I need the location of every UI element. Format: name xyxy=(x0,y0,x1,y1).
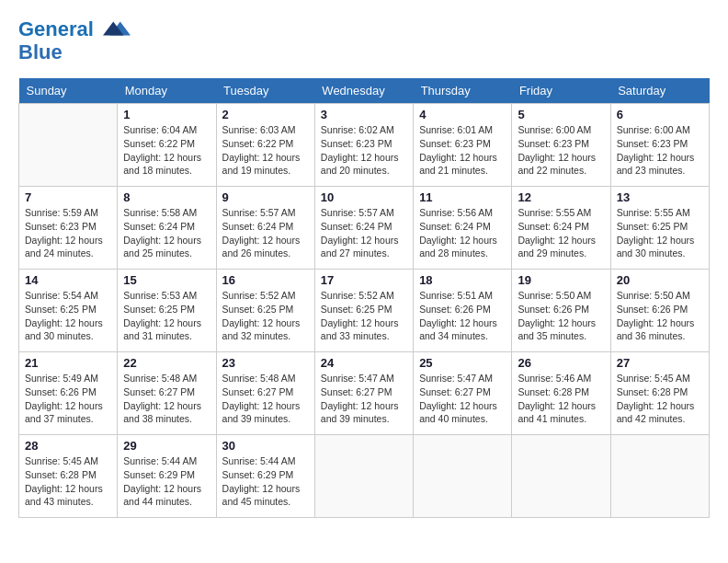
day-info: Sunrise: 5:45 AMSunset: 6:28 PMDaylight:… xyxy=(617,372,703,426)
calendar-cell: 30Sunrise: 5:44 AMSunset: 6:29 PMDayligh… xyxy=(216,435,314,518)
calendar-cell: 17Sunrise: 5:52 AMSunset: 6:25 PMDayligh… xyxy=(314,270,413,352)
logo: General Blue xyxy=(18,18,131,63)
day-number: 7 xyxy=(25,190,111,204)
day-number: 8 xyxy=(123,190,210,204)
day-number: 21 xyxy=(25,356,111,370)
day-info: Sunrise: 6:00 AMSunset: 6:23 PMDaylight:… xyxy=(518,123,604,178)
calendar-cell: 24Sunrise: 5:47 AMSunset: 6:27 PMDayligh… xyxy=(314,352,413,435)
day-info: Sunrise: 5:53 AMSunset: 6:25 PMDaylight:… xyxy=(123,289,210,343)
day-number: 18 xyxy=(419,273,506,287)
calendar-cell: 5Sunrise: 6:00 AMSunset: 6:23 PMDaylight… xyxy=(512,104,610,187)
day-number: 11 xyxy=(419,190,506,204)
weekday-header-thursday: Thursday xyxy=(414,78,512,104)
day-number: 2 xyxy=(222,108,309,121)
week-row-5: 28Sunrise: 5:45 AMSunset: 6:28 PMDayligh… xyxy=(19,435,710,518)
calendar-cell: 25Sunrise: 5:47 AMSunset: 6:27 PMDayligh… xyxy=(414,352,512,435)
day-info: Sunrise: 5:48 AMSunset: 6:27 PMDaylight:… xyxy=(222,372,309,426)
calendar-cell: 4Sunrise: 6:01 AMSunset: 6:23 PMDaylight… xyxy=(414,104,512,187)
day-info: Sunrise: 5:44 AMSunset: 6:29 PMDaylight:… xyxy=(222,454,309,509)
day-info: Sunrise: 5:57 AMSunset: 6:24 PMDaylight:… xyxy=(321,206,407,260)
day-number: 14 xyxy=(25,273,111,287)
week-row-1: 1Sunrise: 6:04 AMSunset: 6:22 PMDaylight… xyxy=(19,104,710,187)
calendar-cell: 22Sunrise: 5:48 AMSunset: 6:27 PMDayligh… xyxy=(118,352,216,435)
day-number: 29 xyxy=(123,439,210,453)
calendar-cell: 13Sunrise: 5:55 AMSunset: 6:25 PMDayligh… xyxy=(610,187,709,270)
day-info: Sunrise: 6:00 AMSunset: 6:23 PMDaylight:… xyxy=(617,123,703,178)
day-number: 12 xyxy=(518,190,604,204)
calendar-cell: 9Sunrise: 5:57 AMSunset: 6:24 PMDaylight… xyxy=(216,187,314,270)
day-info: Sunrise: 5:58 AMSunset: 6:24 PMDaylight:… xyxy=(123,206,210,260)
day-info: Sunrise: 6:01 AMSunset: 6:23 PMDaylight:… xyxy=(419,123,506,178)
day-info: Sunrise: 5:55 AMSunset: 6:24 PMDaylight:… xyxy=(518,206,604,260)
week-row-4: 21Sunrise: 5:49 AMSunset: 6:26 PMDayligh… xyxy=(19,352,710,435)
calendar-cell: 18Sunrise: 5:51 AMSunset: 6:26 PMDayligh… xyxy=(414,270,512,352)
day-info: Sunrise: 6:03 AMSunset: 6:22 PMDaylight:… xyxy=(222,123,309,178)
calendar-cell: 2Sunrise: 6:03 AMSunset: 6:22 PMDaylight… xyxy=(216,104,314,187)
weekday-header-wednesday: Wednesday xyxy=(314,78,413,104)
calendar-cell: 6Sunrise: 6:00 AMSunset: 6:23 PMDaylight… xyxy=(610,104,709,187)
day-info: Sunrise: 5:56 AMSunset: 6:24 PMDaylight:… xyxy=(419,206,506,260)
calendar-cell: 20Sunrise: 5:50 AMSunset: 6:26 PMDayligh… xyxy=(610,270,709,352)
calendar-cell xyxy=(314,435,413,518)
day-info: Sunrise: 5:52 AMSunset: 6:25 PMDaylight:… xyxy=(321,289,407,343)
weekday-header-saturday: Saturday xyxy=(610,78,709,104)
day-number: 10 xyxy=(321,190,407,204)
day-number: 22 xyxy=(123,356,210,370)
week-row-2: 7Sunrise: 5:59 AMSunset: 6:23 PMDaylight… xyxy=(19,187,710,270)
calendar-cell: 10Sunrise: 5:57 AMSunset: 6:24 PMDayligh… xyxy=(314,187,413,270)
weekday-header-sunday: Sunday xyxy=(19,78,118,104)
day-number: 28 xyxy=(25,439,111,453)
calendar-cell xyxy=(414,435,512,518)
weekday-header-friday: Friday xyxy=(512,78,610,104)
day-number: 13 xyxy=(617,190,703,204)
day-number: 30 xyxy=(222,439,309,453)
weekday-header-row: SundayMondayTuesdayWednesdayThursdayFrid… xyxy=(19,78,710,104)
day-number: 15 xyxy=(123,273,210,287)
day-number: 4 xyxy=(419,108,506,121)
day-info: Sunrise: 5:54 AMSunset: 6:25 PMDaylight:… xyxy=(25,289,111,343)
day-info: Sunrise: 5:51 AMSunset: 6:26 PMDaylight:… xyxy=(419,289,506,343)
day-info: Sunrise: 5:55 AMSunset: 6:25 PMDaylight:… xyxy=(617,206,703,260)
week-row-3: 14Sunrise: 5:54 AMSunset: 6:25 PMDayligh… xyxy=(19,270,710,352)
day-info: Sunrise: 5:50 AMSunset: 6:26 PMDaylight:… xyxy=(518,289,604,343)
day-number: 3 xyxy=(321,108,407,121)
weekday-header-tuesday: Tuesday xyxy=(216,78,314,104)
calendar-cell: 1Sunrise: 6:04 AMSunset: 6:22 PMDaylight… xyxy=(118,104,216,187)
day-number: 20 xyxy=(617,273,703,287)
page-header: General Blue xyxy=(18,18,710,63)
day-info: Sunrise: 6:04 AMSunset: 6:22 PMDaylight:… xyxy=(123,123,210,178)
day-number: 26 xyxy=(518,356,604,370)
day-number: 16 xyxy=(222,273,309,287)
day-number: 23 xyxy=(222,356,309,370)
calendar-cell: 11Sunrise: 5:56 AMSunset: 6:24 PMDayligh… xyxy=(414,187,512,270)
calendar-cell: 7Sunrise: 5:59 AMSunset: 6:23 PMDaylight… xyxy=(19,187,118,270)
day-info: Sunrise: 5:57 AMSunset: 6:24 PMDaylight:… xyxy=(222,206,309,260)
calendar-table: SundayMondayTuesdayWednesdayThursdayFrid… xyxy=(18,78,710,518)
day-info: Sunrise: 5:50 AMSunset: 6:26 PMDaylight:… xyxy=(617,289,703,343)
day-number: 5 xyxy=(518,108,604,121)
calendar-cell: 16Sunrise: 5:52 AMSunset: 6:25 PMDayligh… xyxy=(216,270,314,352)
day-info: Sunrise: 5:44 AMSunset: 6:29 PMDaylight:… xyxy=(123,454,210,509)
day-info: Sunrise: 6:02 AMSunset: 6:23 PMDaylight:… xyxy=(321,123,407,178)
day-info: Sunrise: 5:48 AMSunset: 6:27 PMDaylight:… xyxy=(123,372,210,426)
calendar-cell: 14Sunrise: 5:54 AMSunset: 6:25 PMDayligh… xyxy=(19,270,118,352)
day-number: 24 xyxy=(321,356,407,370)
calendar-cell: 8Sunrise: 5:58 AMSunset: 6:24 PMDaylight… xyxy=(118,187,216,270)
day-number: 25 xyxy=(419,356,506,370)
day-info: Sunrise: 5:46 AMSunset: 6:28 PMDaylight:… xyxy=(518,372,604,426)
calendar-cell: 26Sunrise: 5:46 AMSunset: 6:28 PMDayligh… xyxy=(512,352,610,435)
day-info: Sunrise: 5:47 AMSunset: 6:27 PMDaylight:… xyxy=(419,372,506,426)
logo-text2: Blue xyxy=(18,41,131,63)
calendar-cell: 27Sunrise: 5:45 AMSunset: 6:28 PMDayligh… xyxy=(610,352,709,435)
day-info: Sunrise: 5:45 AMSunset: 6:28 PMDaylight:… xyxy=(25,454,111,509)
calendar-cell: 23Sunrise: 5:48 AMSunset: 6:27 PMDayligh… xyxy=(216,352,314,435)
weekday-header-monday: Monday xyxy=(118,78,216,104)
day-info: Sunrise: 5:52 AMSunset: 6:25 PMDaylight:… xyxy=(222,289,309,343)
calendar-cell: 3Sunrise: 6:02 AMSunset: 6:23 PMDaylight… xyxy=(314,104,413,187)
day-info: Sunrise: 5:47 AMSunset: 6:27 PMDaylight:… xyxy=(321,372,407,426)
day-number: 1 xyxy=(123,108,210,121)
calendar-cell xyxy=(610,435,709,518)
calendar-cell: 15Sunrise: 5:53 AMSunset: 6:25 PMDayligh… xyxy=(118,270,216,352)
day-number: 17 xyxy=(321,273,407,287)
day-number: 9 xyxy=(222,190,309,204)
